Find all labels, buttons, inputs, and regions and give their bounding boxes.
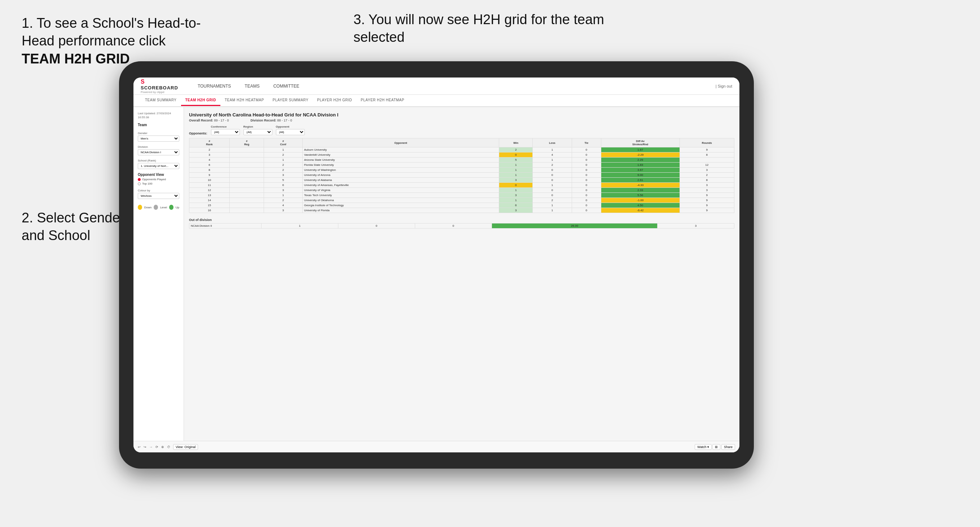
- h2h-table: #Rank #Reg #Conf Opponent Win Loss Tie D…: [189, 138, 734, 213]
- present-button[interactable]: ⊞: [713, 444, 720, 450]
- add-icon[interactable]: ⊕: [161, 445, 164, 449]
- col-reg: #Reg: [230, 138, 264, 148]
- legend-up-dot: [169, 205, 173, 210]
- out-div-title: Out of division: [189, 218, 734, 222]
- overall-record: Overall Record: 89 - 17 - 0: [189, 119, 229, 122]
- ann1-bold: TEAM H2H GRID: [22, 51, 130, 66]
- legend-down-dot: [138, 205, 142, 210]
- forward-icon[interactable]: →: [150, 445, 153, 449]
- school-section: School (Rank) 1. University of Nort...: [138, 159, 179, 169]
- opponent-filter: Opponent (All): [276, 125, 305, 135]
- table-row: 15 4 Georgia Institute of Technology 6 1…: [189, 203, 734, 208]
- division-label: Division: [138, 145, 179, 149]
- school-label: School (Rank): [138, 159, 179, 162]
- nav-bar: SSCOREBOARD Powered by clippd TOURNAMENT…: [134, 78, 740, 95]
- gender-section: Gender Men's: [138, 132, 179, 142]
- h2h-header: University of North Carolina Head-to-Hea…: [189, 112, 734, 122]
- opponent-select[interactable]: (All): [276, 129, 305, 135]
- table-row: 12 3 University of Virginia 1 0 0 2.33 3: [189, 188, 734, 193]
- radio-opponents[interactable]: Opponents Played: [138, 178, 179, 181]
- col-loss: Loss: [533, 138, 572, 148]
- division-section: Division NCAA Division I: [138, 145, 179, 156]
- gender-select[interactable]: Men's: [138, 135, 179, 142]
- clock-icon: ⏱: [167, 445, 170, 449]
- legend-level-dot: [154, 205, 158, 210]
- table-row: 11 6 University of Arkansas, Fayettevill…: [189, 183, 734, 188]
- filters-row: Opponents: Conference (All) Region (All): [189, 125, 734, 135]
- table-row: 3 2 Vanderbilt University 0 4 0 -2.29 8: [189, 152, 734, 157]
- team-label: Team: [138, 123, 179, 127]
- table-row: 16 3 University of Florida 3 1 0 -6.42 9: [189, 208, 734, 213]
- share-button[interactable]: Share: [721, 444, 735, 450]
- col-conf: #Conf: [264, 138, 302, 148]
- legend-level-label: Level: [160, 206, 167, 209]
- refresh-icon[interactable]: ⟳: [156, 445, 158, 449]
- tablet-frame: SSCOREBOARD Powered by clippd TOURNAMENT…: [119, 61, 754, 468]
- col-win: Win: [499, 138, 533, 148]
- region-select[interactable]: (All): [243, 129, 272, 135]
- table-row: 8 2 University of Washington 1 0 0 3.67 …: [189, 168, 734, 173]
- sign-out-link[interactable]: | Sign out: [716, 84, 732, 88]
- tablet-screen: SSCOREBOARD Powered by clippd TOURNAMENT…: [134, 78, 740, 452]
- table-header: #Rank #Reg #Conf Opponent Win Loss Tie D…: [189, 138, 734, 148]
- table-row: 14 2 University of Oklahoma 1 2 0 -1.00 …: [189, 198, 734, 203]
- h2h-records: Overall Record: 89 - 17 - 0 Division Rec…: [189, 119, 734, 122]
- nav-tournaments[interactable]: TOURNAMENTS: [196, 84, 232, 89]
- conference-select[interactable]: (All): [211, 129, 240, 135]
- right-content: University of North Carolina Head-to-Hea…: [184, 107, 740, 441]
- table-row: 6 2 Florida State University 1 2 0 1.83 …: [189, 163, 734, 168]
- radio-dot-opponents: [138, 178, 141, 181]
- left-panel: Last Updated: 27/03/2024 16:55:38 Team G…: [134, 107, 184, 441]
- tab-player-h2h-heatmap[interactable]: PLAYER H2H HEATMAP: [356, 95, 409, 106]
- main-content: Last Updated: 27/03/2024 16:55:38 Team G…: [134, 107, 740, 441]
- division-record: Division Record: 88 - 17 - 0: [251, 119, 292, 122]
- out-div-body: NCAA Division II 1 0 0 26.00 3: [189, 224, 734, 229]
- colour-select[interactable]: Win/loss: [138, 193, 179, 199]
- table-row: 10 5 University of Alabama 3 0 0 2.61 8: [189, 178, 734, 183]
- bottom-toolbar: ↩ ↪ → ⟳ ⊕ ⏱ View: Original Watch ▾ ⊞ Sha…: [134, 441, 740, 452]
- legend-up-label: Up: [176, 206, 179, 209]
- watch-button[interactable]: Watch ▾: [695, 444, 712, 450]
- undo-icon[interactable]: ↩: [138, 445, 141, 449]
- table-body: 2 1 Auburn University 2 1 0 1.67 9 3 2 V…: [189, 148, 734, 213]
- nav-committee[interactable]: COMMITTEE: [272, 84, 301, 89]
- out-div-table: NCAA Division II 1 0 0 26.00 3: [189, 223, 734, 229]
- col-rounds: Rounds: [679, 138, 734, 148]
- view-original-button[interactable]: View: Original: [173, 444, 198, 450]
- legend-down-label: Down: [144, 206, 151, 209]
- table-row: 2 1 Auburn University 2 1 0 1.67 9: [189, 148, 734, 152]
- team-section: Team: [138, 123, 179, 128]
- table-row: 13 1 Texas Tech University 3 0 0 5.56 9: [189, 193, 734, 198]
- tab-team-h2h-grid[interactable]: TEAM H2H GRID: [181, 95, 220, 106]
- radio-group: Opponents Played Top 100: [138, 178, 179, 185]
- tab-player-h2h-grid[interactable]: PLAYER H2H GRID: [313, 95, 356, 106]
- ann3-text: 3. You will now see H2H grid for the tea…: [353, 12, 604, 45]
- division-select[interactable]: NCAA Division I: [138, 149, 179, 156]
- school-select[interactable]: 1. University of Nort...: [138, 163, 179, 169]
- table-row: 9 3 University of Arizona 1 0 0 9.00 2: [189, 173, 734, 178]
- opponents-filter-label: Opponents:: [189, 132, 207, 135]
- opponent-view-label: Opponent View: [138, 173, 179, 177]
- table-row: 4 1 Arizona State University 5 1 0 2.29: [189, 157, 734, 163]
- legend: Down Level Up: [138, 205, 179, 210]
- radio-top100[interactable]: Top 100: [138, 182, 179, 185]
- annotation-1: 1. To see a School's Head-to-Head perfor…: [22, 14, 231, 68]
- tab-team-h2h-heatmap[interactable]: TEAM H2H HEATMAP: [220, 95, 268, 106]
- annotation-3: 3. You will now see H2H grid for the tea…: [353, 11, 606, 46]
- nav-logo: SSCOREBOARD Powered by clippd: [141, 79, 182, 94]
- col-rank: #Rank: [189, 138, 230, 148]
- toolbar-right: Watch ▾ ⊞ Share: [695, 444, 735, 450]
- tab-player-summary[interactable]: PLAYER SUMMARY: [268, 95, 313, 106]
- colour-by-label: Colour by: [138, 189, 179, 192]
- tab-team-summary[interactable]: TEAM SUMMARY: [141, 95, 181, 106]
- radio-dot-top100: [138, 183, 141, 185]
- region-filter: Region (All): [243, 125, 272, 135]
- col-tie: Tie: [572, 138, 601, 148]
- h2h-title: University of North Carolina Head-to-Hea…: [189, 112, 734, 117]
- redo-icon[interactable]: ↪: [143, 445, 146, 449]
- nav-teams[interactable]: TEAMS: [243, 84, 261, 89]
- col-opponent: Opponent: [302, 138, 499, 148]
- sub-nav: TEAM SUMMARY TEAM H2H GRID TEAM H2H HEAT…: [134, 95, 740, 107]
- conference-filter: Conference (All): [211, 125, 240, 135]
- out-div-row: NCAA Division II 1 0 0 26.00 3: [189, 224, 734, 229]
